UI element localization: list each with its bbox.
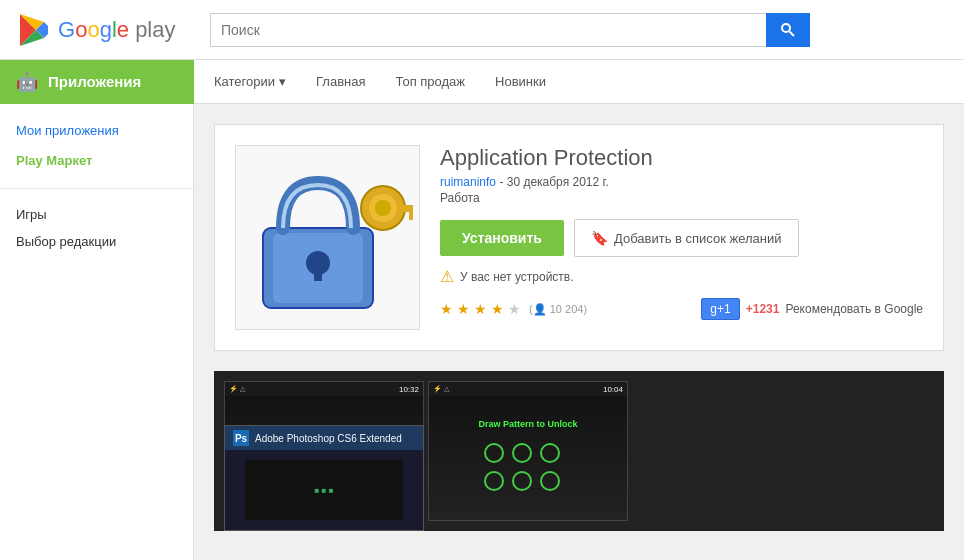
svg-rect-15: [409, 212, 413, 220]
search-input[interactable]: [210, 13, 766, 47]
phone-statusbar-1: ⚡ △ 10:32: [225, 382, 423, 396]
svg-rect-9: [314, 263, 322, 281]
dot-4: [484, 471, 504, 491]
pattern-unlock-text: Draw Pattern to Unlock: [474, 415, 581, 433]
ps-preview: ■ ■ ■: [225, 450, 423, 530]
header: Google play: [0, 0, 964, 60]
dot-3: [540, 443, 560, 463]
gplus-recommend-text: Рекомендовать в Google: [785, 302, 923, 316]
warning-text: У вас нет устройств.: [460, 270, 574, 284]
sidebar-item-games[interactable]: Игры: [0, 201, 193, 228]
svg-rect-13: [398, 205, 413, 212]
nav-top-sales[interactable]: Топ продаж: [395, 74, 465, 89]
sidebar: Мои приложения Play Маркет Игры Выбор ре…: [0, 104, 194, 560]
apps-tab-label: Приложения: [48, 73, 141, 90]
sidebar-item-play-market[interactable]: Play Маркет: [0, 146, 193, 176]
sidebar-item-editors-choice[interactable]: Выбор редакции: [0, 228, 193, 255]
phone-statusbar-2: ⚡ △ 10:04: [429, 382, 627, 396]
ps-screen-content: ■ ■ ■: [315, 486, 334, 495]
logo-text: Google play: [58, 17, 176, 43]
status-icons-2: ⚡ △: [433, 385, 449, 393]
app-card: Application Protection ruimaninfo - 30 д…: [214, 124, 944, 351]
svg-point-4: [782, 24, 790, 32]
search-area: [210, 13, 810, 47]
wishlist-button[interactable]: 🔖 Добавить в список желаний: [574, 219, 799, 257]
google-play-logo-icon: [16, 12, 52, 48]
nav-new[interactable]: Новинки: [495, 74, 546, 89]
app-details: Application Protection ruimaninfo - 30 д…: [440, 145, 923, 330]
app-category: Работа: [440, 191, 923, 205]
pattern-dots: [474, 433, 581, 501]
status-time-2: 10:04: [603, 385, 623, 394]
dot-1: [484, 443, 504, 463]
warning-icon: ⚠: [440, 267, 454, 286]
star-3: ★: [474, 301, 487, 317]
gplus-button[interactable]: g+1: [701, 298, 739, 320]
android-icon: 🤖: [16, 71, 38, 93]
nav-categories[interactable]: Категории ▾: [214, 74, 286, 89]
status-icons-1: ⚡ △: [229, 385, 245, 393]
sidebar-item-my-apps[interactable]: Мои приложения: [0, 116, 193, 146]
content-area: Application Protection ruimaninfo - 30 д…: [194, 104, 964, 560]
apps-tab[interactable]: 🤖 Приложения: [0, 60, 194, 104]
stars-area: ★ ★ ★ ★ ★ (👤 10 204): [440, 301, 587, 317]
phone-content-2: Draw Pattern to Unlock: [429, 396, 627, 520]
nav-home[interactable]: Главная: [316, 74, 365, 89]
star-4-half: ★: [491, 301, 504, 317]
screenshot-2: ⚡ △ 10:04 Draw Pattern to Unlock: [428, 381, 628, 521]
gplus-count: +1231: [746, 302, 780, 316]
app-author: ruimaninfo - 30 декабря 2012 г.: [440, 175, 923, 189]
app-icon: [243, 153, 413, 323]
gplus-area: g+1 +1231 Рекомендовать в Google: [701, 298, 923, 320]
install-button[interactable]: Установить: [440, 220, 564, 256]
app-actions: Установить 🔖 Добавить в список желаний: [440, 219, 923, 257]
search-icon: [780, 22, 796, 38]
rating-area: ★ ★ ★ ★ ★ (👤 10 204) g+1 +1231 Рекомендо…: [440, 298, 923, 320]
status-time-1: 10:32: [399, 385, 419, 394]
star-2: ★: [457, 301, 470, 317]
svg-line-5: [790, 31, 795, 36]
dot-2: [512, 443, 532, 463]
photoshop-popup: Ps Adobe Photoshop CS6 Extended ■ ■ ■: [224, 425, 424, 531]
logo-area: Google play: [16, 12, 210, 48]
nav-bar: 🤖 Приложения Категории ▾ Главная Топ про…: [0, 60, 964, 104]
search-button[interactable]: [766, 13, 810, 47]
nav-links: Категории ▾ Главная Топ продаж Новинки: [194, 74, 566, 89]
main-layout: Мои приложения Play Маркет Игры Выбор ре…: [0, 104, 964, 560]
app-title: Application Protection: [440, 145, 923, 171]
chevron-down-icon: ▾: [279, 74, 286, 89]
ps-title-text: Adobe Photoshop CS6 Extended: [255, 433, 402, 444]
warning-area: ⚠ У вас нет устройств.: [440, 267, 923, 286]
ps-inner: ■ ■ ■: [245, 460, 403, 520]
dot-5: [512, 471, 532, 491]
star-1: ★: [440, 301, 453, 317]
app-icon-area: [235, 145, 420, 330]
star-5: ★: [508, 301, 521, 317]
ps-icon: Ps: [233, 430, 249, 446]
sidebar-section: Игры Выбор редакции: [0, 188, 193, 255]
download-count: (👤 10 204): [529, 303, 587, 316]
screenshots-area: ⚡ △ 10:32 Please Input the Unlock Code: …: [214, 371, 944, 531]
ps-title-bar: Ps Adobe Photoshop CS6 Extended: [225, 426, 423, 450]
dot-6: [540, 471, 560, 491]
bookmark-icon: 🔖: [591, 230, 608, 246]
svg-point-12: [375, 200, 391, 216]
